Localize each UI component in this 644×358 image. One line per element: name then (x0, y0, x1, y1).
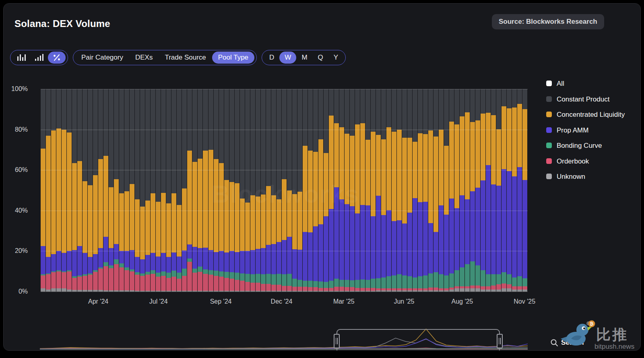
bar[interactable] (297, 89, 302, 292)
bar[interactable] (177, 89, 182, 292)
period-M[interactable]: M (296, 52, 312, 64)
bar[interactable] (203, 89, 208, 292)
bar[interactable] (261, 89, 266, 292)
bar[interactable] (77, 89, 82, 292)
bar[interactable] (41, 89, 45, 292)
bar[interactable] (224, 89, 229, 292)
bar[interactable] (345, 89, 349, 292)
bar[interactable] (229, 89, 234, 292)
bar[interactable] (465, 89, 470, 292)
navigator-left-handle[interactable] (334, 334, 340, 348)
percent-icon[interactable] (48, 52, 66, 64)
bar[interactable] (46, 89, 51, 292)
bar[interactable] (428, 89, 433, 292)
bar[interactable] (151, 89, 155, 292)
bar[interactable] (381, 89, 386, 292)
filter-trade-source[interactable]: Trade Source (159, 52, 212, 64)
legend-item-concentrated-liquidity[interactable]: Concentrated Liquidity (546, 110, 633, 120)
bar[interactable] (182, 89, 187, 292)
bar[interactable] (350, 89, 355, 292)
bar[interactable] (114, 89, 119, 292)
bar[interactable] (135, 89, 140, 292)
bar[interactable] (130, 89, 134, 292)
bar[interactable] (454, 89, 459, 292)
bar[interactable] (140, 89, 145, 292)
bar[interactable] (376, 89, 381, 292)
bar[interactable] (413, 89, 417, 292)
bar[interactable] (371, 89, 376, 292)
bar[interactable] (423, 89, 428, 292)
period-D[interactable]: D (264, 52, 279, 64)
bar[interactable] (62, 89, 66, 292)
bar[interactable] (124, 89, 129, 292)
bar[interactable] (433, 89, 438, 292)
bar[interactable] (517, 89, 522, 292)
bar[interactable] (502, 89, 506, 292)
bar[interactable] (93, 89, 98, 292)
bar[interactable] (360, 89, 365, 292)
bar[interactable] (240, 89, 245, 292)
bar[interactable] (214, 89, 219, 292)
bar[interactable] (386, 89, 391, 292)
bar[interactable] (496, 89, 501, 292)
bar[interactable] (324, 89, 328, 292)
bar[interactable] (98, 89, 103, 292)
bar[interactable] (103, 89, 108, 292)
ascending-bar-chart-icon[interactable] (30, 52, 48, 64)
bar[interactable] (486, 89, 491, 292)
bar[interactable] (407, 89, 412, 292)
bar[interactable] (119, 89, 124, 292)
bar[interactable] (439, 89, 444, 292)
bar[interactable] (161, 89, 166, 292)
navigator-window[interactable] (336, 329, 500, 351)
bar[interactable] (166, 89, 171, 292)
bar[interactable] (365, 89, 370, 292)
bar[interactable] (334, 89, 339, 292)
filter-pair-category[interactable]: Pair Category (75, 52, 129, 64)
bar[interactable] (397, 89, 402, 292)
bar[interactable] (313, 89, 318, 292)
bar[interactable] (83, 89, 87, 292)
bar[interactable] (507, 89, 512, 292)
bar[interactable] (72, 89, 77, 292)
legend-item-all[interactable]: All (546, 79, 633, 89)
bar[interactable] (470, 89, 475, 292)
bar[interactable] (67, 89, 72, 292)
bar[interactable] (481, 89, 485, 292)
range-navigator[interactable] (40, 324, 528, 351)
bar[interactable] (292, 89, 297, 292)
bar[interactable] (256, 89, 260, 292)
bar[interactable] (491, 89, 496, 292)
bar[interactable] (171, 89, 176, 292)
bar[interactable] (235, 89, 239, 292)
bar[interactable] (109, 89, 114, 292)
bar[interactable] (266, 89, 271, 292)
legend-item-unknown[interactable]: Unknown (546, 172, 633, 182)
bar[interactable] (88, 89, 93, 292)
bar[interactable] (245, 89, 250, 292)
bar[interactable] (522, 89, 527, 292)
bar[interactable] (444, 89, 449, 292)
bar[interactable] (512, 89, 517, 292)
filter-dexs[interactable]: DEXs (129, 52, 159, 64)
bar[interactable] (392, 89, 396, 292)
bar[interactable] (277, 89, 281, 292)
bar-chart-icon[interactable] (12, 52, 30, 64)
legend-item-constant-product[interactable]: Constant Product (546, 94, 633, 105)
bar[interactable] (198, 89, 202, 292)
bar[interactable] (208, 89, 213, 292)
bar[interactable] (56, 89, 61, 292)
bar[interactable] (250, 89, 255, 292)
period-W[interactable]: W (279, 52, 296, 64)
bar[interactable] (287, 89, 292, 292)
legend-item-prop-amm[interactable]: Prop AMM (546, 125, 633, 136)
navigator-right-handle[interactable] (497, 334, 503, 348)
bar[interactable] (402, 89, 407, 292)
bar[interactable] (282, 89, 287, 292)
bar[interactable] (156, 89, 161, 292)
period-Y[interactable]: Y (328, 52, 343, 64)
bar[interactable] (187, 89, 192, 292)
filter-pool-type[interactable]: Pool Type (212, 52, 254, 64)
bar[interactable] (192, 89, 197, 292)
bar[interactable] (418, 89, 423, 292)
